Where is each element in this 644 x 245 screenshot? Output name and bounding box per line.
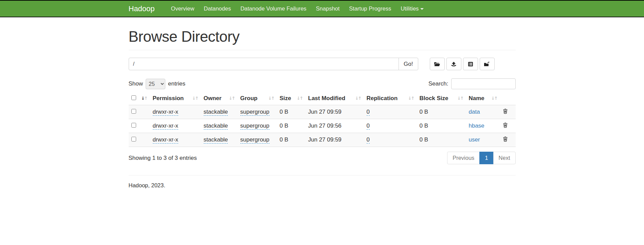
path-form: Go! (129, 58, 516, 70)
header-label: Last Modified (308, 95, 346, 101)
nav-item-datanode-volume-failures[interactable]: Datanode Volume Failures (236, 1, 311, 17)
top-navbar: Hadoop Overview Datanodes Datanode Volum… (0, 0, 644, 17)
dir-link-hbase[interactable]: hbase (469, 122, 484, 129)
sort-icon: ↓↑ (297, 96, 303, 101)
owner-cell[interactable]: stackable (204, 109, 228, 116)
sort-icon: ↓↑ (141, 96, 147, 101)
trash-icon (503, 122, 508, 129)
pagination-next[interactable]: Next (493, 152, 516, 164)
owner-cell[interactable]: stackable (204, 136, 228, 144)
sort-icon: ↓↑ (491, 96, 497, 101)
header-owner[interactable]: Owner↓↑ (201, 92, 238, 105)
block-size-cell: 0 B (420, 122, 428, 129)
file-actions-toolbar (430, 58, 495, 70)
size-cell: 0 B (280, 122, 289, 129)
page-header: Browse Directory (129, 28, 516, 50)
header-label: Replication (367, 95, 398, 101)
pagination-page-1[interactable]: 1 (479, 152, 493, 164)
header-label: Name (469, 95, 484, 101)
trash-icon (503, 108, 508, 115)
last-modified-cell: Jun 27 09:56 (308, 122, 342, 129)
header-label: Permission (153, 95, 184, 101)
header-name[interactable]: Name↓↑ (466, 92, 500, 105)
brand-hadoop[interactable]: Hadoop (129, 4, 155, 13)
dir-link-data[interactable]: data (469, 109, 480, 115)
dir-link-user[interactable]: user (469, 136, 480, 143)
go-button[interactable]: Go! (399, 58, 418, 70)
table-header-row: ↓↑ Permission↓↑ Owner↓↑ Group↓↑ Size↓↑ L… (129, 92, 516, 105)
length-control: Show 25 entries (129, 79, 186, 89)
table-info: Showing 1 to 3 of 3 entries (129, 155, 197, 162)
move-folder-button[interactable] (480, 58, 495, 70)
upload-icon (451, 61, 457, 67)
permission-cell[interactable]: drwxr-xr-x (153, 136, 179, 144)
row-checkbox[interactable] (131, 109, 136, 114)
directory-path-input[interactable] (129, 58, 399, 70)
header-label: Size (280, 95, 291, 101)
trash-icon (503, 136, 508, 143)
search-input[interactable] (451, 78, 516, 89)
header-replication[interactable]: Replication↓↑ (364, 92, 417, 105)
cut-paste-button[interactable] (463, 58, 478, 70)
table-controls: Show 25 entries Search: (129, 78, 516, 89)
header-group[interactable]: Group↓↑ (238, 92, 277, 105)
delete-button[interactable] (503, 136, 508, 143)
navbar-links: Overview Datanodes Datanode Volume Failu… (166, 1, 429, 17)
select-all-checkbox[interactable] (131, 95, 136, 100)
delete-button[interactable] (503, 108, 508, 115)
directory-table: ↓↑ Permission↓↑ Owner↓↑ Group↓↑ Size↓↑ L… (129, 92, 516, 147)
group-cell[interactable]: supergroup (240, 122, 270, 130)
sort-icon: ↓↑ (355, 96, 361, 101)
row-checkbox[interactable] (131, 123, 136, 128)
owner-cell[interactable]: stackable (204, 122, 228, 130)
list-alt-icon (468, 61, 473, 67)
sort-icon: ↓↑ (408, 96, 414, 101)
replication-cell[interactable]: 0 (367, 122, 370, 130)
caret-down-icon (420, 8, 424, 10)
entries-per-page-select[interactable]: 25 (146, 79, 165, 89)
nav-item-overview[interactable]: Overview (166, 1, 199, 17)
utilities-label: Utilities (401, 5, 419, 12)
table-row: drwxr-xr-x stackable supergroup 0 B Jun … (129, 105, 516, 119)
header-label: Owner (204, 95, 222, 101)
group-cell[interactable]: supergroup (240, 109, 270, 116)
block-size-cell: 0 B (420, 136, 428, 143)
sort-icon: ↓↑ (229, 96, 235, 101)
show-label: Show (129, 80, 143, 87)
nav-item-startup-progress[interactable]: Startup Progress (344, 1, 396, 17)
sort-icon: ↓↑ (457, 96, 463, 101)
permission-cell[interactable]: drwxr-xr-x (153, 109, 179, 116)
replication-cell[interactable]: 0 (367, 136, 370, 144)
sort-icon: ↓↑ (192, 96, 198, 101)
page-title: Browse Directory (129, 28, 516, 45)
header-size[interactable]: Size↓↑ (277, 92, 306, 105)
last-modified-cell: Jun 27 09:59 (308, 136, 342, 143)
path-input-group: Go! (129, 58, 418, 70)
site-footer-text: Hadoop, 2023. (129, 182, 516, 189)
last-modified-cell: Jun 27 09:59 (308, 109, 342, 115)
entries-label: entries (168, 80, 185, 87)
header-permission[interactable]: Permission↓↑ (150, 92, 201, 105)
nav-item-utilities[interactable]: Utilities (396, 1, 428, 17)
block-size-cell: 0 B (420, 109, 428, 115)
nav-item-datanodes[interactable]: Datanodes (199, 1, 236, 17)
pagination: Previous 1 Next (447, 152, 515, 164)
folder-open-icon (434, 61, 440, 67)
permission-cell[interactable]: drwxr-xr-x (153, 122, 179, 130)
header-label: Group (240, 95, 258, 101)
replication-cell[interactable]: 0 (367, 109, 370, 116)
header-label: Block Size (420, 95, 448, 101)
nav-item-snapshot[interactable]: Snapshot (311, 1, 345, 17)
group-cell[interactable]: supergroup (240, 136, 270, 144)
header-last-modified[interactable]: Last Modified↓↑ (306, 92, 364, 105)
size-cell: 0 B (280, 136, 289, 143)
create-directory-button[interactable] (430, 58, 445, 70)
header-block-size[interactable]: Block Size↓↑ (417, 92, 466, 105)
delete-button[interactable] (503, 122, 508, 129)
pagination-previous[interactable]: Previous (447, 152, 480, 164)
row-checkbox[interactable] (131, 137, 136, 142)
header-actions (500, 92, 516, 105)
footer-divider (129, 175, 516, 175)
upload-files-button[interactable] (446, 58, 461, 70)
header-select-all[interactable]: ↓↑ (129, 92, 150, 105)
